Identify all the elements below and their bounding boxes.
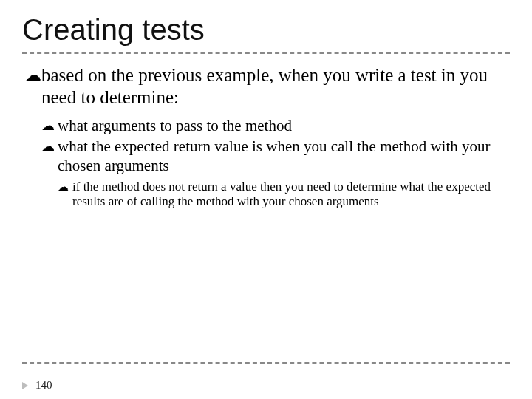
footer-divider <box>22 362 510 364</box>
bullet-level1-text: based on the previous example, when you … <box>41 64 504 109</box>
bullet-level3-text: if the method does not return a value th… <box>72 180 504 209</box>
title-divider <box>22 52 510 54</box>
bullet-icon: ☁ <box>25 64 41 86</box>
bullet-level3: ☁ if the method does not return a value … <box>58 180 504 209</box>
slide: Creating tests ☁ based on the previous e… <box>0 0 532 399</box>
page-number: 140 <box>35 379 52 392</box>
level2-group: ☁ what arguments to pass to the method ☁… <box>41 116 504 209</box>
level3-group: ☁ if the method does not return a value … <box>58 180 504 209</box>
slide-content: ☁ based on the previous example, when yo… <box>0 64 532 209</box>
bullet-level2: ☁ what arguments to pass to the method <box>41 116 504 135</box>
footer: 140 <box>22 379 52 392</box>
bullet-level2-text: what arguments to pass to the method <box>58 116 292 135</box>
arrow-right-icon <box>22 382 28 389</box>
bullet-level2: ☁ what the expected return value is when… <box>41 137 504 175</box>
bullet-level1: ☁ based on the previous example, when yo… <box>25 64 504 109</box>
bullet-level2-text: what the expected return value is when y… <box>58 137 504 175</box>
bullet-icon: ☁ <box>41 137 58 156</box>
bullet-icon: ☁ <box>41 116 58 135</box>
bullet-icon: ☁ <box>58 180 72 194</box>
slide-title: Creating tests <box>0 0 532 52</box>
